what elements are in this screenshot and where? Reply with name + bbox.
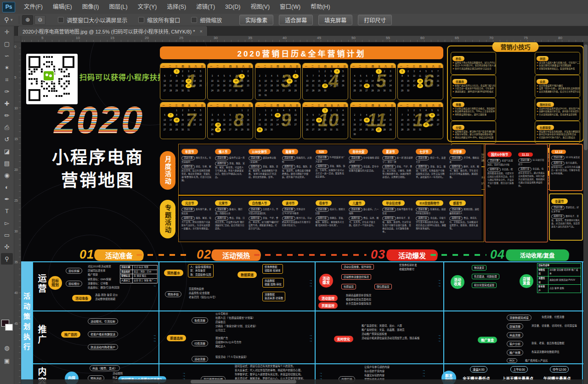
menu-item[interactable]: 选择(S): [162, 0, 191, 14]
screen-mode-icon[interactable]: ▣: [1, 355, 13, 367]
eyedropper-tool[interactable]: ✑: [1, 86, 13, 97]
shape-tool[interactable]: ▭: [1, 229, 13, 241]
weekday-label: 六: [194, 64, 197, 68]
magic-wand-tool[interactable]: ✶: [1, 62, 13, 73]
tip-card: 拼团适当放大成团人数与优惠力度，引导用户二次分享失效日期/库存数量设计营造稀缺感…: [535, 52, 580, 75]
mindmap-flow: →→→: [422, 369, 425, 377]
type-tool[interactable]: T: [1, 205, 13, 217]
history-brush-tool[interactable]: ↺: [1, 134, 13, 145]
menu-item[interactable]: 滤镜(T): [191, 0, 220, 14]
clone-stamp-tool[interactable]: ⎙: [1, 122, 13, 133]
date-cell: 16: [382, 79, 388, 84]
option-checkbox[interactable]: 调整窗口大小以满屏显示: [58, 16, 127, 24]
weekday-label: 四: [419, 64, 421, 68]
menu-item[interactable]: 视图(V): [245, 0, 275, 14]
date-cell: 20: [429, 79, 435, 84]
vertical-scroll-thumb[interactable]: [584, 45, 588, 150]
month-dates: 1234567891011121314151617181920212223242…: [209, 108, 251, 137]
theme-key: 活动主题: [181, 156, 195, 160]
date-cell: 30: [411, 127, 417, 132]
weekday-label: 一: [400, 103, 402, 107]
dodge-tool[interactable]: ◐: [1, 181, 13, 193]
pen-tool[interactable]: ✒: [1, 193, 13, 205]
grid-line: [315, 261, 316, 384]
ruler-number: 40: [283, 36, 287, 40]
option-checkbox[interactable]: 细微缩放: [191, 16, 222, 24]
scan-hint-text: 扫码可以获得小程序扶持: [79, 71, 165, 82]
menu-item[interactable]: 3D(D): [220, 0, 245, 14]
menu-item[interactable]: 图层(L): [104, 0, 132, 14]
healing-brush-tool[interactable]: ✚: [1, 98, 13, 109]
option-button[interactable]: 适合屏幕: [279, 15, 313, 25]
date-cell: 18: [340, 118, 346, 123]
vertical-scrollbar[interactable]: [583, 42, 588, 384]
menu-item[interactable]: 编辑(E): [48, 0, 77, 14]
date-cell: 17: [209, 123, 215, 128]
special-festival-column: 11.11活动主题11.11剁手狂欢节适用行业全品类，电商年度狂欢节，通过多类玩…: [516, 145, 547, 242]
marquee-tool[interactable]: ▢: [1, 38, 13, 50]
date-cell: 18: [215, 123, 221, 128]
horizontal-scrollbar[interactable]: [21, 379, 583, 384]
date-cell: 25: [417, 84, 423, 89]
checkbox-box[interactable]: [138, 17, 144, 23]
date-cell: 9: [180, 113, 186, 118]
document-canvas[interactable]: 扫码可以获得小程序扶持 2020 小程序电商 营销地图 2020营销日历&全年营…: [21, 42, 583, 384]
date-cell: 23: [245, 84, 251, 89]
eraser-tool[interactable]: ◪: [1, 146, 13, 157]
activity-theme: 活动主题遇见女神之路（宠爱她）: [249, 155, 279, 164]
zoom-tool[interactable]: ⚲: [1, 253, 13, 265]
date-cell: [168, 108, 174, 113]
calendar-month-card: 一二三四五六日101234567891011121314151617181920…: [302, 102, 348, 139]
move-tool[interactable]: ✛: [1, 26, 13, 38]
tip-line: 设置「积分+兑换」，送优惠券或礼品刺激复购: [537, 87, 578, 90]
brush-tool[interactable]: ✏: [1, 110, 13, 121]
date-cell: 14: [399, 118, 405, 123]
horizontal-scroll-thumb[interactable]: [191, 380, 296, 384]
menu-item[interactable]: 帮助(H): [305, 0, 335, 14]
option-button[interactable]: 实际像素: [239, 15, 273, 25]
date-cell: 21: [168, 84, 174, 89]
option-checkbox[interactable]: 缩放所有窗口: [138, 16, 180, 24]
date-cell: [221, 108, 227, 113]
date-cell: 31: [209, 132, 215, 137]
weekday-label: 五: [188, 64, 190, 68]
activity-label: 520: [316, 150, 328, 154]
zoom-out-button[interactable]: ⊖: [34, 15, 45, 25]
blur-tool[interactable]: ◉: [1, 169, 13, 181]
date-cell: 25: [192, 123, 198, 128]
weekday-label: 三: [270, 64, 272, 68]
mindmap-node: 优惠券数据领取率·核销率: [262, 264, 283, 274]
checkbox-box[interactable]: [191, 17, 197, 23]
crop-tool[interactable]: ⌗: [1, 74, 13, 85]
option-button[interactable]: 填充屏幕: [318, 15, 352, 25]
date-cell: 8: [239, 74, 245, 79]
zoom-in-button[interactable]: ⊕: [22, 15, 33, 25]
background-color-swatch[interactable]: [5, 324, 13, 331]
path-selection-tool[interactable]: ▻: [1, 217, 13, 229]
tool-preset-caret-icon[interactable]: ▼: [10, 18, 13, 22]
weekday-label: 二: [311, 103, 314, 107]
date-cell: 13: [435, 113, 441, 118]
document-tab[interactable]: 2020小程序电商营销地图.jpg @ 12.5% (扫码可以获得小程序扶持, …: [17, 26, 208, 36]
menu-item[interactable]: 窗口(W): [275, 0, 305, 14]
checkbox-box[interactable]: [58, 17, 64, 23]
activity-theme: 活动主题世界读书日“4.23”好书推荐: [282, 207, 313, 215]
calendar-weekday-header: 一二三四五六日: [208, 63, 253, 68]
menu-item[interactable]: 图像(I): [77, 0, 104, 14]
month-dates: 1234567891011121314151617181920212223242…: [352, 108, 394, 137]
date-cell: 14: [233, 118, 239, 123]
theme-key: 活动主题: [487, 159, 501, 163]
tool-palette: ✛▢∽✶⌗✑✚✏⎙↺◪▤◉◐✒T▻▭✣⚲ ◍ ▣: [0, 26, 14, 384]
option-button[interactable]: 打印尺寸: [358, 15, 392, 25]
special-cards: 元旦节活动主题新年新气象，全新出发适用行业服饰、家居、电子产品等，跨年回馈用户可…: [180, 197, 481, 240]
hand-tool[interactable]: ✣: [1, 241, 13, 253]
date-cell: 5: [198, 108, 204, 113]
quick-mask-icon[interactable]: ◍: [1, 342, 13, 354]
menu-item[interactable]: 文件(F): [19, 0, 48, 14]
close-tab-icon[interactable]: ×: [199, 28, 202, 34]
activity-theme: 活动主题欢度气氛迎国庆，花好月圆过中秋: [487, 158, 514, 167]
mindmap-node: 页面监控: [318, 302, 338, 309]
lasso-tool[interactable]: ∽: [1, 50, 13, 62]
menu-item[interactable]: 文字(Y): [133, 0, 162, 14]
gradient-tool[interactable]: ▤: [1, 158, 13, 169]
